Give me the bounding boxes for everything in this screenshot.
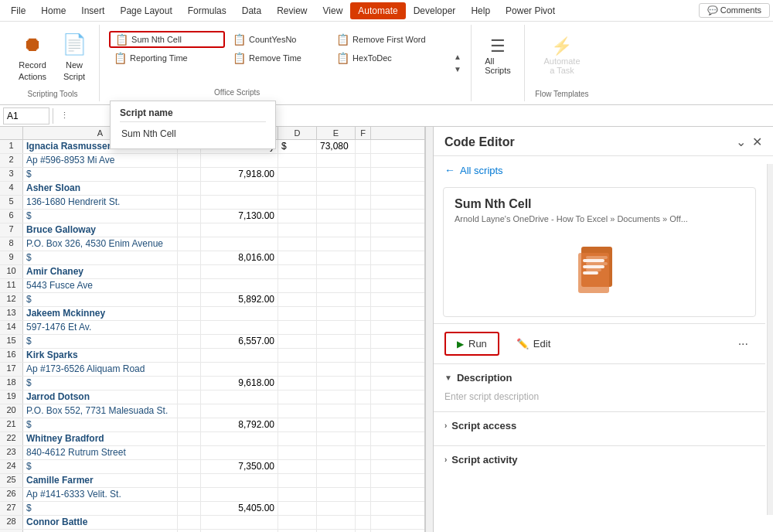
- cell[interactable]: [201, 307, 278, 320]
- cell[interactable]: [178, 237, 201, 251]
- cell[interactable]: [201, 363, 278, 376]
- menu-power-pivot[interactable]: Power Pivot: [498, 2, 563, 19]
- cell[interactable]: [317, 390, 356, 404]
- cell[interactable]: 5,405.00: [201, 502, 278, 515]
- cell[interactable]: [178, 432, 201, 445]
- cell[interactable]: $: [23, 460, 178, 473]
- cell[interactable]: [317, 237, 356, 251]
- cell[interactable]: [178, 321, 201, 334]
- cell[interactable]: [278, 335, 317, 348]
- cell[interactable]: [278, 488, 317, 501]
- cell[interactable]: 73,080: [317, 140, 356, 153]
- cell[interactable]: [356, 237, 371, 251]
- cell[interactable]: [278, 516, 317, 529]
- cell[interactable]: P.O. Box 552, 7731 Malesuada St.: [23, 404, 178, 418]
- cell[interactable]: [317, 321, 356, 334]
- table-row[interactable]: 5136-1680 Hendrerit St.: [0, 196, 424, 210]
- table-row[interactable]: 24$7,350.00: [0, 460, 424, 474]
- cell[interactable]: [317, 168, 356, 181]
- cell[interactable]: [178, 488, 201, 501]
- cell[interactable]: 840-4612 Rutrum Street: [23, 446, 178, 459]
- cell[interactable]: P.O. Box 326, 4530 Enim Avenue: [23, 237, 178, 251]
- table-row[interactable]: 21$8,792.00: [0, 418, 424, 432]
- all-scripts-button[interactable]: ☰ AllScripts: [478, 28, 518, 84]
- cell[interactable]: [356, 182, 371, 195]
- vertical-scrollbar[interactable]: [425, 127, 433, 532]
- cell[interactable]: $: [23, 251, 178, 264]
- table-row[interactable]: 16Kirk Sparks: [0, 349, 424, 363]
- cell[interactable]: [317, 516, 356, 529]
- menu-review[interactable]: Review: [269, 2, 315, 19]
- cell[interactable]: [278, 237, 317, 251]
- cell[interactable]: 8,016.00: [201, 251, 278, 264]
- cell[interactable]: [178, 349, 201, 362]
- cell[interactable]: 7,918.00: [201, 168, 278, 181]
- cell[interactable]: [317, 446, 356, 459]
- cell[interactable]: [317, 432, 356, 445]
- cell[interactable]: [356, 251, 371, 264]
- cell[interactable]: [356, 474, 371, 487]
- cell[interactable]: [356, 377, 371, 390]
- cell[interactable]: [317, 418, 356, 431]
- cell[interactable]: [178, 154, 201, 167]
- cell[interactable]: [317, 154, 356, 167]
- cell[interactable]: [178, 307, 201, 320]
- cell[interactable]: [278, 377, 317, 390]
- table-row[interactable]: 13Jakeem Mckinney: [0, 307, 424, 321]
- cell[interactable]: 7,130.00: [201, 210, 278, 223]
- cell[interactable]: [356, 335, 371, 348]
- hex-to-dec-button[interactable]: 📋 HexToDec: [332, 49, 448, 66]
- cell[interactable]: [317, 474, 356, 487]
- cell[interactable]: [278, 168, 317, 181]
- cell[interactable]: [201, 321, 278, 334]
- table-row[interactable]: 22Whitney Bradford: [0, 432, 424, 446]
- table-row[interactable]: 115443 Fusce Ave: [0, 279, 424, 293]
- cell[interactable]: [178, 516, 201, 529]
- cell[interactable]: [278, 321, 317, 334]
- cell[interactable]: [278, 154, 317, 167]
- table-row[interactable]: 19Jarrod Dotson: [0, 390, 424, 404]
- cell[interactable]: Ap #141-6333 Velit. St.: [23, 488, 178, 501]
- cell[interactable]: [178, 196, 201, 209]
- cell[interactable]: [278, 502, 317, 515]
- table-row[interactable]: 17Ap #173-6526 Aliquam Road: [0, 363, 424, 377]
- table-row[interactable]: 8P.O. Box 326, 4530 Enim Avenue: [0, 237, 424, 251]
- cell[interactable]: $: [278, 140, 317, 153]
- run-button[interactable]: ▶ Run: [444, 332, 499, 356]
- cell[interactable]: [178, 377, 201, 390]
- cell[interactable]: Kirk Sparks: [23, 349, 178, 362]
- menu-home[interactable]: Home: [33, 2, 73, 19]
- cell[interactable]: [317, 377, 356, 390]
- cell[interactable]: Asher Sloan: [23, 182, 178, 195]
- table-row[interactable]: 25Camille Farmer: [0, 474, 424, 488]
- table-row[interactable]: 7Bruce Galloway: [0, 223, 424, 237]
- cell[interactable]: [317, 293, 356, 306]
- remove-time-button[interactable]: 📋 Remove Time: [228, 49, 329, 66]
- cell[interactable]: [278, 432, 317, 445]
- cell[interactable]: [178, 460, 201, 473]
- cell[interactable]: 9,618.00: [201, 377, 278, 390]
- cell[interactable]: [356, 488, 371, 501]
- cell[interactable]: 597-1476 Et Av.: [23, 321, 178, 334]
- cell[interactable]: Jarrod Dotson: [23, 390, 178, 404]
- cell[interactable]: [317, 196, 356, 209]
- cell[interactable]: [278, 349, 317, 362]
- cell[interactable]: [317, 223, 356, 237]
- cell[interactable]: [317, 460, 356, 473]
- cell[interactable]: [178, 168, 201, 181]
- table-row[interactable]: 28Connor Battle: [0, 516, 424, 530]
- cell[interactable]: [356, 223, 371, 237]
- cell[interactable]: [356, 321, 371, 334]
- menu-developer[interactable]: Developer: [406, 2, 464, 19]
- menu-file[interactable]: File: [3, 2, 33, 19]
- cell[interactable]: [178, 390, 201, 404]
- sum-nth-cell-button[interactable]: 📋 Sum Nth Cell: [109, 31, 225, 48]
- table-row[interactable]: 18$9,618.00: [0, 377, 424, 390]
- cell[interactable]: $: [23, 210, 178, 223]
- cell[interactable]: [278, 474, 317, 487]
- cell[interactable]: Camille Farmer: [23, 474, 178, 487]
- cell-reference[interactable]: A1: [3, 107, 49, 124]
- table-row[interactable]: 15$6,557.00: [0, 335, 424, 349]
- dropdown-item-sum-nth-cell[interactable]: Sum Nth Cell: [120, 125, 266, 142]
- comments-button[interactable]: 💬 Comments: [699, 3, 770, 18]
